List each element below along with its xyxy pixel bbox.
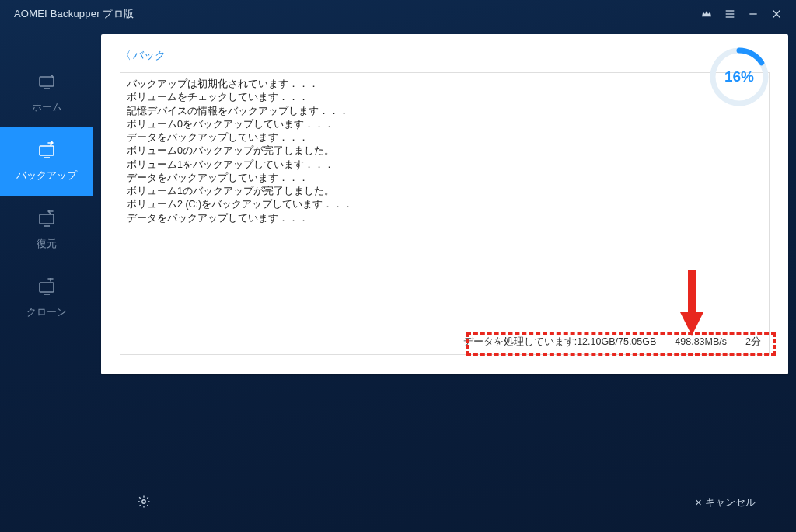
backup-icon [36,141,58,162]
cancel-button[interactable]: ✕ キャンセル [695,495,756,509]
back-label: バック [133,49,166,63]
cancel-label: キャンセル [705,495,756,509]
log-output: バックアップは初期化されています．．． ボリュームをチェックしています．．． 記… [120,72,770,329]
svg-rect-6 [40,77,54,86]
svg-rect-8 [40,146,54,155]
titlebar: AOMEI Backupper プロ版 [0,0,796,28]
sidebar-item-backup[interactable]: バックアップ [0,127,93,196]
sidebar-item-label: ホーム [32,100,62,114]
content: 〈 バック 16% バックアップは初期化されています．．． ボリュームをチェック… [93,28,796,532]
crown-icon[interactable] [695,2,718,26]
home-icon [36,73,58,94]
sidebar-item-restore[interactable]: 復元 [0,196,93,264]
sidebar-item-clone[interactable]: クローン [0,264,93,332]
settings-button[interactable] [137,495,151,511]
close-icon[interactable] [765,2,788,26]
status-speed: 498.83MB/s [675,336,727,347]
sidebar: ホーム バックアップ 復元 クローン [0,28,93,532]
menu-icon[interactable] [718,2,742,26]
footer: ✕ キャンセル [101,481,788,524]
sidebar-item-label: 復元 [37,237,57,251]
sidebar-item-label: クローン [26,305,67,319]
sidebar-item-home[interactable]: ホーム [0,59,93,127]
back-button[interactable]: 〈 バック [120,48,166,63]
clone-icon [36,278,58,299]
minimize-icon[interactable] [742,2,765,26]
status-row: データを処理しています:12.10GB/75.05GB 498.83MB/s 2… [120,329,770,355]
svg-rect-12 [40,283,54,292]
svg-point-18 [142,499,146,503]
progress-panel: 〈 バック 16% バックアップは初期化されています．．． ボリュームをチェック… [101,34,788,374]
close-icon: ✕ [695,498,702,508]
app-title: AOMEI Backupper プロ版 [14,7,695,21]
sidebar-item-label: バックアップ [16,169,77,183]
app-window: AOMEI Backupper プロ版 ホーム [0,0,796,532]
progress-percent: 16% [707,45,771,109]
restore-icon [36,210,58,231]
svg-rect-10 [40,214,54,224]
status-processing: データを処理しています:12.10GB/75.05GB [463,336,657,349]
chevron-left-icon: 〈 [120,48,131,63]
progress-ring: 16% [707,45,771,109]
gear-icon [137,499,151,511]
status-eta: 2分 [745,336,761,349]
app-body: ホーム バックアップ 復元 クローン [0,28,796,532]
